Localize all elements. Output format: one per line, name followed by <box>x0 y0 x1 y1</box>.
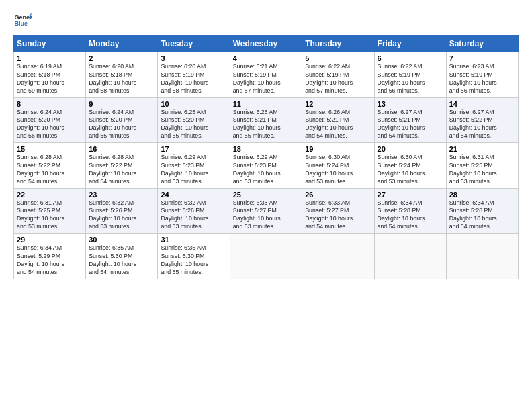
calendar-container: General Blue Sunday Monday Tuesday Wedne… <box>0 0 532 287</box>
day-number: 20 <box>378 145 443 153</box>
day-detail: Sunrise: 6:31 AM Sunset: 5:25 PM Dayligh… <box>449 154 515 186</box>
day-detail: Sunrise: 6:28 AM Sunset: 5:22 PM Dayligh… <box>89 154 154 186</box>
day-detail: Sunrise: 6:24 AM Sunset: 5:20 PM Dayligh… <box>89 109 154 141</box>
day-detail: Sunrise: 6:25 AM Sunset: 5:21 PM Dayligh… <box>233 109 300 141</box>
day-detail: Sunrise: 6:24 AM Sunset: 5:20 PM Dayligh… <box>17 109 83 141</box>
calendar-cell: 24Sunrise: 6:32 AM Sunset: 5:26 PM Dayli… <box>158 188 230 234</box>
day-detail: Sunrise: 6:32 AM Sunset: 5:26 PM Dayligh… <box>89 199 154 232</box>
calendar-cell: 17Sunrise: 6:29 AM Sunset: 5:23 PM Dayli… <box>158 143 230 189</box>
day-detail: Sunrise: 6:29 AM Sunset: 5:23 PM Dayligh… <box>161 154 226 186</box>
day-detail: Sunrise: 6:25 AM Sunset: 5:20 PM Dayligh… <box>161 109 226 141</box>
day-number: 26 <box>305 191 371 199</box>
calendar-cell <box>230 234 302 279</box>
day-detail: Sunrise: 6:34 AM Sunset: 5:28 PM Dayligh… <box>449 199 515 232</box>
day-detail: Sunrise: 6:30 AM Sunset: 5:24 PM Dayligh… <box>378 154 443 186</box>
calendar-week-1: 1Sunrise: 6:19 AM Sunset: 5:18 PM Daylig… <box>14 52 519 98</box>
day-detail: Sunrise: 6:19 AM Sunset: 5:18 PM Dayligh… <box>17 63 83 95</box>
day-number: 12 <box>305 100 371 108</box>
day-number: 8 <box>17 100 83 108</box>
calendar-week-2: 8Sunrise: 6:24 AM Sunset: 5:20 PM Daylig… <box>14 97 519 143</box>
logo-icon: General Blue <box>13 11 32 30</box>
day-number: 14 <box>449 100 515 108</box>
calendar-cell: 5Sunrise: 6:22 AM Sunset: 5:19 PM Daylig… <box>302 52 374 98</box>
day-detail: Sunrise: 6:20 AM Sunset: 5:19 PM Dayligh… <box>161 63 226 95</box>
day-number: 5 <box>305 54 371 62</box>
calendar-cell <box>302 234 374 279</box>
day-number: 13 <box>378 100 443 108</box>
day-number: 3 <box>161 54 226 62</box>
day-detail: Sunrise: 6:31 AM Sunset: 5:25 PM Dayligh… <box>17 199 83 232</box>
calendar-cell: 16Sunrise: 6:28 AM Sunset: 5:22 PM Dayli… <box>86 143 158 189</box>
day-number: 2 <box>89 54 154 62</box>
day-number: 28 <box>449 191 515 199</box>
calendar-week-5: 29Sunrise: 6:34 AM Sunset: 5:29 PM Dayli… <box>14 234 519 279</box>
day-number: 21 <box>449 145 515 153</box>
day-number: 6 <box>378 54 443 62</box>
calendar-cell: 12Sunrise: 6:26 AM Sunset: 5:21 PM Dayli… <box>302 97 374 143</box>
col-tuesday: Tuesday <box>158 36 230 52</box>
calendar-cell: 28Sunrise: 6:34 AM Sunset: 5:28 PM Dayli… <box>446 188 518 234</box>
calendar-cell: 2Sunrise: 6:20 AM Sunset: 5:18 PM Daylig… <box>86 52 158 98</box>
day-detail: Sunrise: 6:22 AM Sunset: 5:19 PM Dayligh… <box>378 63 443 95</box>
day-number: 31 <box>161 236 226 244</box>
day-number: 22 <box>17 191 83 199</box>
calendar-cell: 3Sunrise: 6:20 AM Sunset: 5:19 PM Daylig… <box>158 52 230 98</box>
day-number: 18 <box>233 145 300 153</box>
day-detail: Sunrise: 6:29 AM Sunset: 5:23 PM Dayligh… <box>233 154 300 186</box>
calendar-cell: 19Sunrise: 6:30 AM Sunset: 5:24 PM Dayli… <box>302 143 374 189</box>
day-number: 17 <box>161 145 226 153</box>
calendar-cell: 18Sunrise: 6:29 AM Sunset: 5:23 PM Dayli… <box>230 143 302 189</box>
calendar-cell: 9Sunrise: 6:24 AM Sunset: 5:20 PM Daylig… <box>86 97 158 143</box>
calendar-week-4: 22Sunrise: 6:31 AM Sunset: 5:25 PM Dayli… <box>14 188 519 234</box>
col-monday: Monday <box>86 36 158 52</box>
day-number: 24 <box>161 191 226 199</box>
svg-text:Blue: Blue <box>14 20 28 27</box>
col-saturday: Saturday <box>446 36 518 52</box>
day-number: 19 <box>305 145 371 153</box>
col-friday: Friday <box>374 36 446 52</box>
day-detail: Sunrise: 6:32 AM Sunset: 5:26 PM Dayligh… <box>161 199 226 232</box>
day-number: 4 <box>233 54 300 62</box>
day-detail: Sunrise: 6:33 AM Sunset: 5:27 PM Dayligh… <box>305 199 371 232</box>
calendar-cell: 22Sunrise: 6:31 AM Sunset: 5:25 PM Dayli… <box>14 188 86 234</box>
day-number: 11 <box>233 100 300 108</box>
day-detail: Sunrise: 6:22 AM Sunset: 5:19 PM Dayligh… <box>305 63 371 95</box>
day-number: 27 <box>378 191 443 199</box>
day-detail: Sunrise: 6:26 AM Sunset: 5:21 PM Dayligh… <box>305 109 371 141</box>
day-detail: Sunrise: 6:33 AM Sunset: 5:27 PM Dayligh… <box>233 199 300 232</box>
day-detail: Sunrise: 6:20 AM Sunset: 5:18 PM Dayligh… <box>89 63 154 95</box>
day-number: 30 <box>89 236 154 244</box>
calendar-cell: 26Sunrise: 6:33 AM Sunset: 5:27 PM Dayli… <box>302 188 374 234</box>
calendar-cell <box>446 234 518 279</box>
day-number: 1 <box>17 54 83 62</box>
calendar-cell: 27Sunrise: 6:34 AM Sunset: 5:28 PM Dayli… <box>374 188 446 234</box>
header-row: General Blue <box>13 11 519 30</box>
day-number: 9 <box>89 100 154 108</box>
calendar-week-3: 15Sunrise: 6:28 AM Sunset: 5:22 PM Dayli… <box>14 143 519 189</box>
col-thursday: Thursday <box>302 36 374 52</box>
day-detail: Sunrise: 6:27 AM Sunset: 5:22 PM Dayligh… <box>449 109 515 141</box>
day-number: 23 <box>89 191 154 199</box>
day-number: 15 <box>17 145 83 153</box>
calendar-cell: 20Sunrise: 6:30 AM Sunset: 5:24 PM Dayli… <box>374 143 446 189</box>
calendar-cell: 23Sunrise: 6:32 AM Sunset: 5:26 PM Dayli… <box>86 188 158 234</box>
day-detail: Sunrise: 6:21 AM Sunset: 5:19 PM Dayligh… <box>233 63 300 95</box>
day-number: 25 <box>233 191 300 199</box>
day-detail: Sunrise: 6:30 AM Sunset: 5:24 PM Dayligh… <box>305 154 371 186</box>
calendar-cell: 29Sunrise: 6:34 AM Sunset: 5:29 PM Dayli… <box>14 234 86 279</box>
day-number: 29 <box>17 236 83 244</box>
calendar-cell: 21Sunrise: 6:31 AM Sunset: 5:25 PM Dayli… <box>446 143 518 189</box>
day-detail: Sunrise: 6:35 AM Sunset: 5:30 PM Dayligh… <box>89 244 154 277</box>
day-detail: Sunrise: 6:34 AM Sunset: 5:28 PM Dayligh… <box>378 199 443 232</box>
day-detail: Sunrise: 6:23 AM Sunset: 5:19 PM Dayligh… <box>449 63 515 95</box>
calendar-cell: 7Sunrise: 6:23 AM Sunset: 5:19 PM Daylig… <box>446 52 518 98</box>
calendar-table: Sunday Monday Tuesday Wednesday Thursday… <box>13 35 519 279</box>
calendar-cell: 14Sunrise: 6:27 AM Sunset: 5:22 PM Dayli… <box>446 97 518 143</box>
calendar-cell: 31Sunrise: 6:35 AM Sunset: 5:30 PM Dayli… <box>158 234 230 279</box>
calendar-cell: 1Sunrise: 6:19 AM Sunset: 5:18 PM Daylig… <box>14 52 86 98</box>
col-wednesday: Wednesday <box>230 36 302 52</box>
day-detail: Sunrise: 6:27 AM Sunset: 5:21 PM Dayligh… <box>378 109 443 141</box>
calendar-cell: 30Sunrise: 6:35 AM Sunset: 5:30 PM Dayli… <box>86 234 158 279</box>
col-sunday: Sunday <box>14 36 86 52</box>
day-number: 16 <box>89 145 154 153</box>
